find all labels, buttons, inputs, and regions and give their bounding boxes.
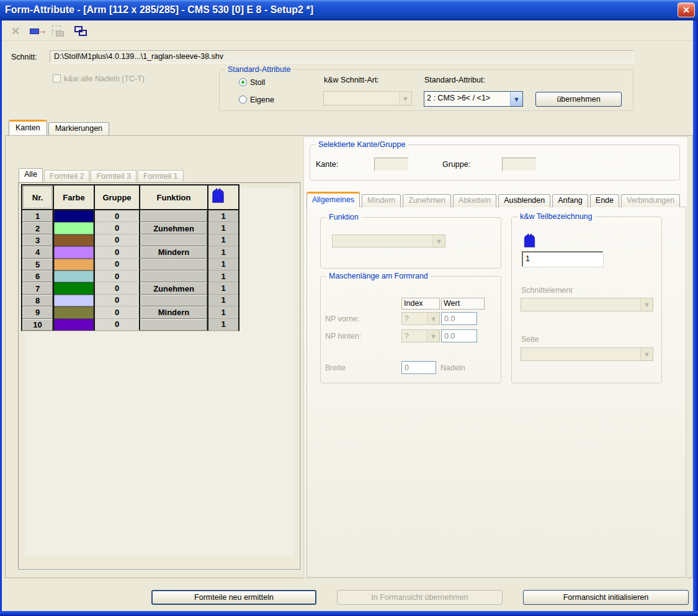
schnittelement-value: [521, 298, 640, 311]
gruppe-cell[interactable]: 0: [95, 306, 140, 318]
funktion-cell[interactable]: Zunehmen: [140, 282, 208, 294]
radio-dot: [241, 81, 244, 84]
close-button[interactable]: ✕: [678, 2, 695, 17]
gruppe-cell[interactable]: 0: [95, 259, 140, 270]
edge-color-swatch[interactable]: [54, 319, 95, 331]
gruppe-cell[interactable]: 0: [95, 270, 140, 282]
delete-icon[interactable]: ✕: [7, 24, 24, 38]
gruppe-cell[interactable]: 0: [95, 234, 140, 246]
tab-kanten[interactable]: Kanten: [9, 120, 47, 135]
chevron-down-icon: ▼: [640, 298, 653, 311]
export-selection-icon[interactable]: →: [29, 24, 45, 38]
edge-color-swatch[interactable]: [54, 222, 95, 234]
count-cell[interactable]: 1: [208, 319, 238, 331]
kante-field[interactable]: [374, 158, 409, 171]
radio-eigene-label: Eigene: [250, 96, 274, 104]
gruppe-cell[interactable]: 0: [95, 222, 140, 234]
chevron-down-icon[interactable]: ▼: [510, 92, 522, 106]
funktion-cell[interactable]: [140, 270, 208, 282]
tab-markierungen[interactable]: Markierungen: [48, 122, 109, 135]
funktion-cell[interactable]: [140, 234, 208, 246]
count-cell[interactable]: 1: [208, 306, 238, 318]
edge-color-swatch[interactable]: [54, 270, 95, 282]
focus-rect: [23, 186, 52, 208]
row-number-cell[interactable]: 1: [22, 210, 54, 222]
count-cell[interactable]: 1: [208, 210, 238, 222]
row-number-cell[interactable]: 6: [22, 270, 54, 282]
edge-color-swatch[interactable]: [54, 246, 95, 258]
in-formansicht-übernehmen-button: In Formansicht übernehmen: [337, 590, 503, 605]
attr-tab-ausblenden[interactable]: Ausblenden: [498, 194, 550, 207]
schnitt-art-label: k&w Schnitt-Art:: [324, 76, 379, 84]
gruppe-label: Gruppe:: [442, 160, 470, 169]
edge-color-swatch[interactable]: [54, 259, 95, 270]
attr-tab-allgemeines[interactable]: Allgemeines: [306, 192, 360, 207]
breite-field[interactable]: 0: [401, 361, 436, 374]
radio-eigene[interactable]: [239, 96, 247, 104]
attr-tab-anfang[interactable]: Anfang: [552, 194, 588, 207]
row-number-cell[interactable]: 3: [22, 234, 54, 246]
part-tab-alle[interactable]: Alle: [19, 168, 43, 182]
edge-color-swatch[interactable]: [54, 295, 95, 306]
funktion-cell[interactable]: Zunehmen: [140, 222, 208, 234]
count-cell[interactable]: 1: [208, 270, 238, 282]
maschenlaenge-title: Maschenlänge am Formrand: [326, 272, 431, 280]
teil-name-field[interactable]: 1: [522, 251, 603, 267]
col-header-funktion: Funktion: [140, 185, 208, 210]
np-vorne-wert-field[interactable]: 0.0: [441, 312, 477, 325]
count-cell[interactable]: 1: [208, 295, 238, 306]
chevron-down-icon: ▼: [432, 235, 445, 247]
nadeln-label: Nadeln: [441, 364, 465, 372]
edge-color-swatch[interactable]: [54, 234, 95, 246]
select-region-icon[interactable]: [73, 24, 89, 38]
formteile-neu-ermitteln-button[interactable]: Formteile neu ermitteln: [151, 590, 316, 605]
gruppe-cell[interactable]: 0: [95, 210, 140, 222]
row-number-cell[interactable]: 5: [22, 259, 54, 270]
gruppe-cell[interactable]: 0: [95, 319, 140, 331]
funktion-cell[interactable]: [140, 210, 208, 222]
radio-stoll[interactable]: [239, 78, 247, 86]
row-number-cell[interactable]: 7: [22, 282, 54, 294]
count-cell[interactable]: 1: [208, 259, 238, 270]
count-cell[interactable]: 1: [208, 222, 238, 234]
edge-color-swatch[interactable]: [54, 210, 95, 222]
gray-rect-glyph: [56, 31, 64, 37]
row-number-cell[interactable]: 9: [22, 306, 54, 318]
schnittelement-label: Schnittelement: [521, 286, 573, 295]
gruppe-field[interactable]: [502, 158, 537, 171]
row-number-cell[interactable]: 2: [22, 222, 54, 234]
funktion-cell[interactable]: [140, 295, 208, 306]
wert-column-header: Wert: [441, 298, 485, 310]
seite-label: Seite: [521, 335, 539, 344]
gruppe-cell[interactable]: 0: [95, 282, 140, 294]
attr-tab-abketteln: Abketteln: [453, 194, 496, 207]
count-cell[interactable]: 1: [208, 282, 238, 294]
attr-tab-ende[interactable]: Ende: [590, 194, 619, 207]
np-hinten-index-combobox: ? ▼: [401, 329, 440, 342]
funktion-cell[interactable]: [140, 259, 208, 270]
funktion-cell[interactable]: [140, 319, 208, 331]
np-hinten-wert-field[interactable]: 0.0: [441, 329, 477, 342]
standard-attribute-group: Standard-Attribute Stoll Eigene k&w Schn…: [219, 69, 633, 111]
kw-alle-nadeln-checkbox[interactable]: [53, 74, 61, 83]
count-cell[interactable]: 1: [208, 246, 238, 258]
standard-attribut-combobox[interactable]: 2 : CMS >6< / <1> ▼: [424, 91, 523, 107]
np-hinten-index-value: ?: [402, 330, 427, 342]
gruppe-cell[interactable]: 0: [95, 295, 140, 306]
paste-form-icon: ↓: [51, 24, 67, 38]
row-number-cell[interactable]: 8: [22, 295, 54, 306]
edge-color-swatch[interactable]: [54, 306, 95, 318]
row-number-cell[interactable]: 10: [22, 319, 54, 331]
part-tab-strip: AlleFormteil 2Formteil 3Formteil 1: [19, 168, 184, 182]
schnitt-path-field[interactable]: D:\Stoll\M1plus\4.0.139...\1_raglan-slee…: [50, 50, 634, 63]
edge-color-swatch[interactable]: [54, 282, 95, 294]
count-cell[interactable]: 1: [208, 234, 238, 246]
formansicht-initialisieren-button[interactable]: Formansicht initialisieren: [523, 590, 689, 605]
row-number-cell[interactable]: 4: [22, 246, 54, 258]
red-arrow-glyph: →: [38, 25, 47, 35]
funktion-cell[interactable]: Mindern: [140, 306, 208, 318]
uebernehmen-button[interactable]: übernehmen: [535, 92, 622, 107]
funktion-group: Funktion ▼: [320, 217, 501, 269]
funktion-cell[interactable]: Mindern: [140, 246, 208, 258]
gruppe-cell[interactable]: 0: [95, 246, 140, 258]
